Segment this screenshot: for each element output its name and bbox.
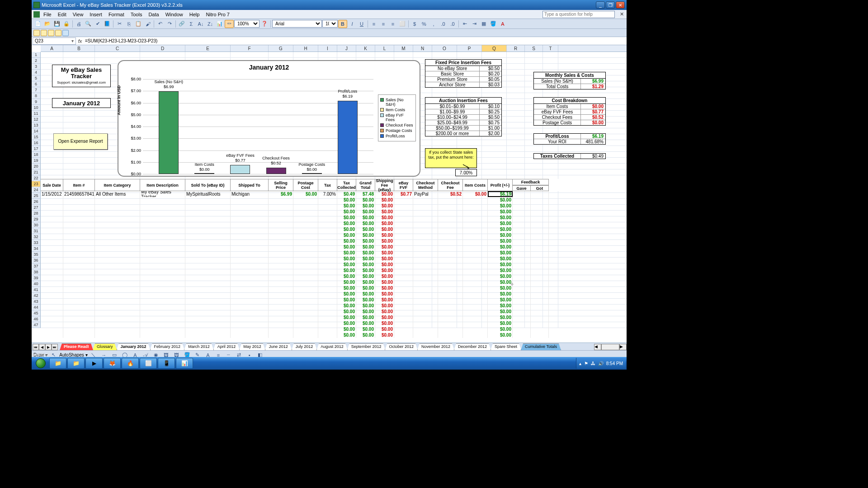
row-header[interactable]: 38 (32, 269, 41, 275)
undo-icon[interactable]: ↶ (156, 20, 165, 28)
row-header[interactable]: 31 (32, 228, 41, 234)
row-header[interactable]: 17 (32, 146, 41, 152)
row-header[interactable]: 24 (32, 187, 41, 193)
tab-prev-button[interactable]: ◀ (39, 344, 45, 350)
tray-flag-icon[interactable]: ⚑ (584, 361, 588, 366)
minimize-button[interactable]: _ (596, 1, 605, 9)
row-header[interactable]: 39 (32, 275, 41, 281)
column-header[interactable]: C (95, 45, 140, 52)
row-header[interactable]: 40 (32, 281, 41, 287)
sheet-tab[interactable]: July 2012 (292, 343, 317, 350)
row-header[interactable]: 34 (32, 246, 41, 252)
sheet-tab[interactable]: November 2012 (417, 343, 454, 350)
close-button[interactable]: ✕ (616, 1, 625, 9)
column-header[interactable]: O (432, 45, 457, 52)
row-header[interactable]: 12 (32, 117, 41, 122)
formula-input[interactable] (83, 38, 627, 45)
menu-insert[interactable]: Insert (87, 11, 105, 18)
system-tray[interactable]: ▴ ⚑ 🖧 🔊 8:54 PM (576, 358, 626, 369)
chart-bar[interactable] (230, 165, 250, 174)
row-header[interactable]: 11 (32, 111, 41, 117)
row-header[interactable]: 45 (32, 310, 41, 316)
column-header[interactable]: G (269, 45, 293, 52)
menu-view[interactable]: View (70, 11, 86, 18)
sheet-tab[interactable]: October 2012 (385, 343, 418, 350)
row-headers[interactable]: 1234567891011121314151617181920212223242… (32, 52, 41, 328)
row-header[interactable]: 16 (32, 140, 41, 146)
tab-first-button[interactable]: ⏮ (33, 344, 39, 350)
sheet-tab[interactable]: April 2012 (213, 343, 240, 350)
column-header[interactable]: J (337, 45, 356, 52)
row-header[interactable]: 4 (32, 70, 41, 75)
taskbar-item[interactable]: 🔥 (122, 358, 139, 369)
hyperlink-icon[interactable]: 🔗 (177, 20, 186, 28)
start-button[interactable] (33, 357, 49, 369)
column-header[interactable]: I (318, 45, 337, 52)
preview-icon[interactable]: 🔍 (84, 20, 93, 28)
row-header[interactable]: 27 (32, 205, 41, 211)
menu-data[interactable]: Data (146, 11, 161, 18)
hscroll-left-button[interactable]: ◀ (594, 344, 601, 350)
menu-tools[interactable]: Tools (128, 11, 145, 18)
help-icon[interactable]: ❓ (260, 20, 269, 28)
font-select[interactable]: Arial (272, 20, 322, 28)
column-header[interactable]: R (507, 45, 525, 52)
increase-decimal-icon[interactable]: .0 (439, 20, 448, 28)
row-header[interactable]: 47 (32, 322, 41, 328)
row-header[interactable]: 46 (32, 316, 41, 322)
new-icon[interactable]: 📄 (33, 20, 42, 28)
row-header[interactable]: 25 (32, 193, 41, 199)
sheet-tabs[interactable]: ⏮ ◀ ▶ ⏭ Please Read!GlossaryJanuary 2012… (32, 343, 627, 350)
column-header[interactable]: S (525, 45, 543, 52)
currency-icon[interactable]: $ (410, 20, 419, 28)
autosum-icon[interactable]: Σ (187, 20, 196, 28)
windows-taskbar[interactable]: 📁 📁 ▶ 🦊 🔥 ⬜ 📱 📊 ▴ ⚑ 🖧 🔊 8:54 PM (32, 357, 627, 370)
sheet-tab[interactable]: Spare Sheet (491, 343, 521, 350)
cut-icon[interactable]: ✂ (115, 20, 124, 28)
column-header[interactable]: E (185, 45, 231, 52)
row-header[interactable]: 9 (32, 99, 41, 105)
column-header[interactable]: L (375, 45, 394, 52)
row-header[interactable]: 23 (32, 181, 41, 187)
taskbar-item[interactable]: 📱 (158, 358, 175, 369)
row-header[interactable]: 42 (32, 293, 41, 299)
chart-bar[interactable] (266, 168, 286, 174)
print-icon[interactable]: 🖨 (74, 20, 83, 28)
align-center-icon[interactable]: ≡ (379, 20, 388, 28)
hscroll-track[interactable] (601, 344, 619, 350)
row-header[interactable]: 13 (32, 122, 41, 128)
row-header[interactable]: 18 (32, 152, 41, 158)
worksheet[interactable]: ABCDEFGHIJKLMNOPQRST 1234567891011121314… (32, 45, 627, 343)
menu-edit[interactable]: Edit (55, 11, 69, 18)
drawing-toggle-icon[interactable]: ✏ (225, 20, 234, 28)
column-header[interactable]: F (231, 45, 269, 52)
sheet-tab[interactable]: August 2012 (316, 343, 348, 350)
custom-button-3[interactable] (48, 30, 54, 36)
column-header[interactable]: P (457, 45, 482, 52)
column-header[interactable]: Q (482, 45, 507, 52)
menu-file[interactable]: File (41, 11, 54, 18)
row-header[interactable]: 8 (32, 93, 41, 99)
row-header[interactable]: 43 (32, 299, 41, 305)
row-header[interactable]: 15 (32, 134, 41, 140)
column-header[interactable]: D (140, 45, 185, 52)
sheet-tab[interactable]: February 2012 (150, 343, 185, 350)
row-header[interactable]: 22 (32, 175, 41, 181)
taskbar-item[interactable]: 📊 (176, 358, 193, 369)
row-header[interactable]: 29 (32, 216, 41, 222)
align-left-icon[interactable]: ≡ (369, 20, 378, 28)
column-header[interactable]: M (394, 45, 413, 52)
row-header[interactable]: 44 (32, 305, 41, 310)
row-header[interactable]: 6 (32, 81, 41, 87)
merge-icon[interactable]: ⬜ (398, 20, 407, 28)
row-header[interactable]: 7 (32, 87, 41, 93)
row-header[interactable]: 33 (32, 240, 41, 246)
sheet-tab[interactable]: June 2012 (265, 343, 292, 350)
sheet-tab[interactable]: May 2012 (239, 343, 265, 350)
chart-bar[interactable] (159, 91, 179, 174)
sort-asc-icon[interactable]: A↓ (196, 20, 205, 28)
sheet-tab[interactable]: December 2012 (454, 343, 491, 350)
row-header[interactable]: 19 (32, 158, 41, 164)
chart-bar[interactable] (302, 173, 322, 174)
row-header[interactable]: 30 (32, 222, 41, 228)
